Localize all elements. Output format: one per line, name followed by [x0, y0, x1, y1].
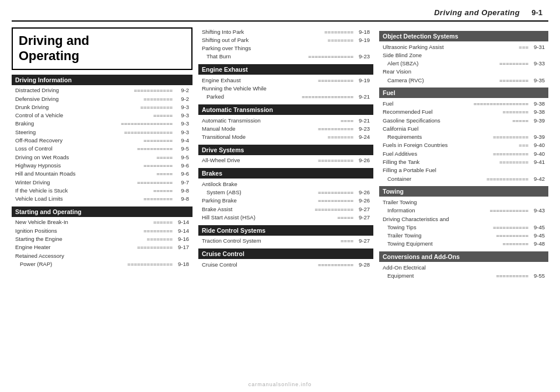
list-item: Parked================9-21 — [198, 93, 373, 101]
list-item: Side Blind Zone — [379, 51, 548, 59]
big-title-line1: Driving and — [19, 33, 186, 48]
big-title-line2: Operating — [19, 48, 186, 64]
list-item: Trailer Towing — [379, 198, 548, 206]
middle-column: Shifting Into Park=========9-18 Shifting… — [198, 27, 373, 384]
list-item: Traction Control System====9-27 — [198, 237, 373, 245]
header-title: Driving and Operating — [434, 8, 520, 17]
list-item: Automatic Transmission====9-21 — [198, 116, 373, 124]
section-towing: Towing — [379, 186, 548, 197]
list-item: Manual Mode===========9-23 — [198, 124, 373, 132]
list-item: Add-On Electrical — [379, 263, 548, 271]
list-item: Winter Driving===========9-7 — [12, 178, 192, 186]
section-driving-information: Driving Information — [12, 75, 192, 85]
list-item: Fuel=================9-38 — [379, 99, 548, 107]
list-item: Running the Vehicle While — [198, 84, 373, 92]
list-item: That Burn==============9-23 — [198, 52, 373, 61]
section-brakes: Brakes — [198, 168, 373, 178]
list-item: Control of a Vehicle======9-3 — [12, 111, 192, 120]
list-item: Parking Brake===========9-26 — [198, 197, 373, 205]
page-header: Driving and Operating 9-1 — [12, 6, 548, 22]
list-item: Fuels in Foreign Countries===9-40 — [379, 141, 548, 149]
list-item: Shifting out of Park========9-19 — [198, 36, 373, 44]
section-object-detection: Object Detection Systems — [379, 31, 548, 41]
list-item: Highway Hypnosis=========9-6 — [12, 161, 192, 169]
list-item: All-Wheel Drive===========9-26 — [198, 156, 373, 164]
list-item: Antilock Brake — [198, 180, 373, 188]
list-item: Alert (SBZA)=========9-33 — [379, 60, 548, 68]
list-item: Recommended Fuel========9-38 — [379, 108, 548, 116]
list-item: Brake Assist============9-27 — [198, 205, 373, 213]
list-item: Braking================9-3 — [12, 120, 192, 128]
list-item: Distracted Driving============9-2 — [12, 86, 192, 94]
header-page: 9-1 — [531, 8, 542, 17]
big-title-box: Driving and Operating — [12, 27, 192, 70]
list-item: Container=============9-42 — [379, 174, 548, 183]
list-item: Retained Accessory — [12, 251, 192, 260]
list-item: Defensive Driving=========9-2 — [12, 94, 192, 103]
list-item: Drunk Driving==========9-3 — [12, 103, 192, 111]
list-item: Equipment==========9-55 — [379, 272, 548, 280]
list-item: Hill Start Assist (HSA)=====9-27 — [198, 213, 373, 221]
list-item: Engine Heater===========9-17 — [12, 243, 192, 251]
list-item: Power (RAP)==============9-18 — [12, 260, 192, 268]
section-automatic-transmission: Automatic Transmission — [198, 104, 373, 115]
section-starting-operating: Starting and Operating — [12, 206, 192, 217]
section-fuel: Fuel — [379, 88, 548, 98]
list-item: Gasoline Specifications=====9-39 — [379, 116, 548, 124]
list-item: Requirements===========9-39 — [379, 133, 548, 141]
list-item: Hill and Mountain Roads=====9-6 — [12, 170, 192, 178]
section-cruise-control: Cruise Control — [198, 249, 373, 259]
list-item: Towing Equipment========9-48 — [379, 240, 548, 248]
list-item: New Vehicle Break-In======9-14 — [12, 218, 192, 226]
main-content: Driving and Operating Driving Informatio… — [12, 27, 548, 384]
list-item: If the Vehicle is Stuck======9-8 — [12, 186, 192, 194]
list-item: Trailer Towing==========9-45 — [379, 232, 548, 240]
section-conversions: Conversions and Add-Ons — [379, 251, 548, 262]
list-item: Steering===============9-3 — [12, 128, 192, 136]
list-item: Driving on Wet Roads=====9-5 — [12, 153, 192, 161]
list-item: Filling a Portable Fuel — [379, 166, 548, 174]
list-item: System (ABS)===========9-26 — [198, 188, 373, 197]
section-drive-systems: Drive Systems — [198, 145, 373, 155]
list-item: Camera (RVC)=========9-35 — [379, 76, 548, 84]
list-item: Ignition Positions=========9-14 — [12, 226, 192, 235]
left-column: Driving and Operating Driving Informatio… — [12, 27, 192, 384]
list-item: Towing Tips===========9-45 — [379, 223, 548, 231]
list-item: Rear Vision — [379, 68, 548, 76]
page-container: Driving and Operating 9-1 Driving and Op… — [0, 0, 560, 392]
list-item: Parking over Things — [198, 44, 373, 52]
right-column: Object Detection Systems Ultrasonic Park… — [379, 27, 548, 384]
list-item: Engine Exhaust===========9-19 — [198, 76, 373, 84]
list-item: Information============9-43 — [379, 206, 548, 215]
list-item: Driving Characteristics and — [379, 215, 548, 223]
section-engine-exhaust: Engine Exhaust — [198, 64, 373, 75]
list-item: Loss of Control===========9-5 — [12, 145, 192, 153]
list-item: Ultrasonic Parking Assist===9-31 — [379, 43, 548, 51]
section-ride-control: Ride Control Systems — [198, 225, 373, 236]
watermark: carmanualsonline.info — [249, 382, 312, 387]
list-item: Transitional Mode========9-24 — [198, 133, 373, 141]
list-item: California Fuel — [379, 124, 548, 132]
list-item: Fuel Additives===========9-40 — [379, 149, 548, 158]
list-item: Shifting Into Park=========9-18 — [198, 27, 373, 36]
list-item: Cruise Control===========9-28 — [198, 260, 373, 268]
list-item: Starting the Engine========9-16 — [12, 235, 192, 243]
list-item: Filling the Tank=========9-41 — [379, 158, 548, 166]
list-item: Off-Road Recovery=========9-4 — [12, 136, 192, 145]
list-item: Vehicle Load Limits=========9-8 — [12, 195, 192, 203]
